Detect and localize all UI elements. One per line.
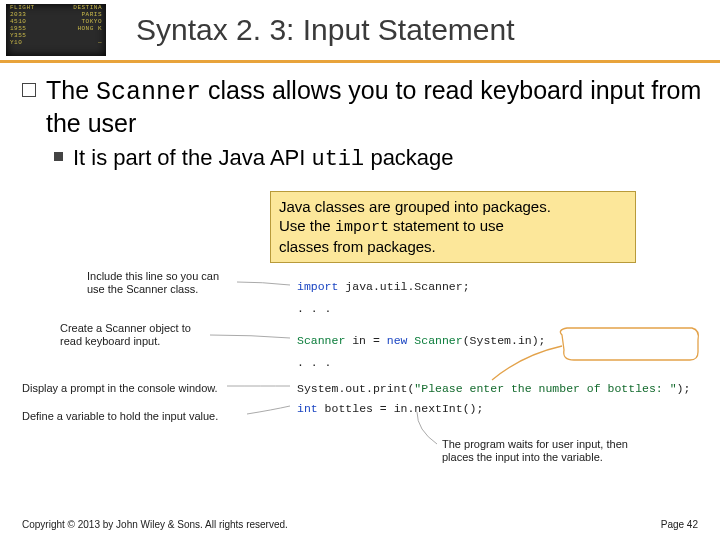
bullet-sub: It is part of the Java API util package bbox=[54, 144, 702, 174]
page-number: Page 42 bbox=[661, 519, 698, 530]
yellow-line2: Use the import statement to use bbox=[279, 217, 627, 238]
bullet-marker-outline bbox=[22, 83, 36, 97]
yellow-line3: classes from packages. bbox=[279, 238, 627, 257]
bullet-main: The Scanner class allows you to read key… bbox=[22, 75, 702, 138]
flight-board-image: FLIGHTDESTINA 2033PARIS 4510TOKYO 1955HO… bbox=[6, 4, 106, 56]
yellow-line1: Java classes are grouped into packages. bbox=[279, 198, 627, 217]
code-diagram: Include this line so you can use the Sca… bbox=[22, 280, 702, 490]
copyright-text: Copyright © 2013 by John Wiley & Sons. A… bbox=[22, 519, 288, 530]
slide-header: FLIGHTDESTINA 2033PARIS 4510TOKYO 1955HO… bbox=[0, 0, 720, 63]
bullet-marker-filled bbox=[54, 152, 63, 161]
callout-yellow-box: Java classes are grouped into packages. … bbox=[270, 191, 636, 263]
bullet-main-text: The Scanner class allows you to read key… bbox=[46, 75, 702, 138]
slide-title: Syntax 2. 3: Input Statement bbox=[136, 13, 515, 47]
footer: Copyright © 2013 by John Wiley & Sons. A… bbox=[22, 519, 698, 530]
diagram-arrows bbox=[22, 280, 702, 490]
bullet-sub-text: It is part of the Java API util package bbox=[73, 144, 454, 174]
slide-content: The Scanner class allows you to read key… bbox=[0, 63, 720, 174]
